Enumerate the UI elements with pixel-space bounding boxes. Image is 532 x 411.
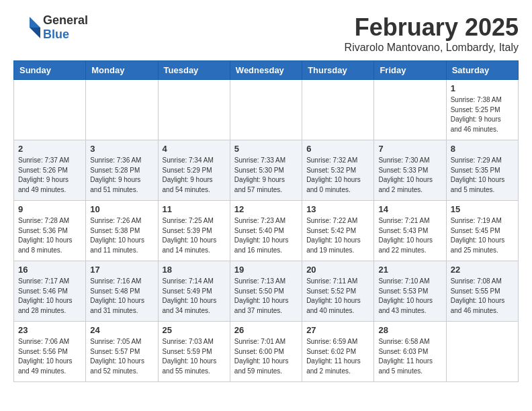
calendar-week-row: 9Sunrise: 7:28 AM Sunset: 5:36 PM Daylig… bbox=[14, 201, 519, 261]
calendar-day-cell: 7Sunrise: 7:30 AM Sunset: 5:33 PM Daylig… bbox=[374, 140, 446, 201]
calendar-day-cell: 18Sunrise: 7:14 AM Sunset: 5:49 PM Dayli… bbox=[158, 261, 230, 322]
calendar-day-cell: 13Sunrise: 7:22 AM Sunset: 5:42 PM Dayli… bbox=[302, 201, 374, 261]
day-info: Sunrise: 7:14 AM Sunset: 5:49 PM Dayligh… bbox=[163, 277, 226, 316]
day-number: 22 bbox=[451, 265, 514, 275]
day-info: Sunrise: 7:05 AM Sunset: 5:57 PM Dayligh… bbox=[90, 337, 153, 376]
logo-blue-text: Blue bbox=[43, 28, 88, 42]
day-number: 3 bbox=[90, 144, 153, 154]
calendar-day-cell bbox=[14, 80, 86, 140]
day-number: 21 bbox=[378, 265, 441, 275]
calendar-day-cell: 9Sunrise: 7:28 AM Sunset: 5:36 PM Daylig… bbox=[14, 201, 86, 261]
day-number: 26 bbox=[234, 325, 298, 335]
day-of-week-header: Tuesday bbox=[158, 61, 230, 80]
calendar-week-row: 16Sunrise: 7:17 AM Sunset: 5:46 PM Dayli… bbox=[14, 261, 519, 322]
calendar-day-cell: 25Sunrise: 7:03 AM Sunset: 5:59 PM Dayli… bbox=[158, 322, 230, 382]
day-info: Sunrise: 7:22 AM Sunset: 5:42 PM Dayligh… bbox=[306, 216, 369, 255]
svg-marker-1 bbox=[30, 28, 40, 38]
calendar-day-cell: 2Sunrise: 7:37 AM Sunset: 5:26 PM Daylig… bbox=[14, 140, 86, 201]
day-number: 19 bbox=[234, 265, 298, 275]
logo-icon bbox=[13, 14, 40, 41]
day-number: 28 bbox=[378, 325, 441, 335]
day-of-week-header: Thursday bbox=[302, 61, 374, 80]
day-info: Sunrise: 7:10 AM Sunset: 5:53 PM Dayligh… bbox=[378, 277, 441, 316]
month-title: February 2025 bbox=[345, 13, 519, 42]
calendar-day-cell: 17Sunrise: 7:16 AM Sunset: 5:48 PM Dayli… bbox=[86, 261, 158, 322]
day-number: 27 bbox=[306, 325, 369, 335]
calendar-day-cell: 20Sunrise: 7:11 AM Sunset: 5:52 PM Dayli… bbox=[302, 261, 374, 322]
day-number: 11 bbox=[163, 204, 226, 214]
calendar-day-cell: 12Sunrise: 7:23 AM Sunset: 5:40 PM Dayli… bbox=[230, 201, 302, 261]
calendar-header-row: SundayMondayTuesdayWednesdayThursdayFrid… bbox=[14, 61, 519, 80]
day-info: Sunrise: 7:26 AM Sunset: 5:38 PM Dayligh… bbox=[90, 216, 153, 255]
day-info: Sunrise: 7:28 AM Sunset: 5:36 PM Dayligh… bbox=[18, 216, 81, 255]
calendar-day-cell: 10Sunrise: 7:26 AM Sunset: 5:38 PM Dayli… bbox=[86, 201, 158, 261]
day-number: 10 bbox=[90, 204, 153, 214]
day-info: Sunrise: 7:17 AM Sunset: 5:46 PM Dayligh… bbox=[18, 277, 81, 316]
calendar-day-cell bbox=[374, 80, 446, 140]
day-number: 7 bbox=[378, 144, 441, 154]
day-info: Sunrise: 7:30 AM Sunset: 5:33 PM Dayligh… bbox=[378, 156, 441, 195]
day-number: 4 bbox=[163, 144, 226, 154]
day-of-week-header: Friday bbox=[374, 61, 446, 80]
day-info: Sunrise: 7:25 AM Sunset: 5:39 PM Dayligh… bbox=[163, 216, 226, 255]
calendar-day-cell: 28Sunrise: 6:58 AM Sunset: 6:03 PM Dayli… bbox=[374, 322, 446, 382]
calendar-day-cell bbox=[158, 80, 230, 140]
calendar-day-cell: 1Sunrise: 7:38 AM Sunset: 5:25 PM Daylig… bbox=[446, 80, 518, 140]
day-number: 14 bbox=[378, 204, 441, 214]
day-info: Sunrise: 7:21 AM Sunset: 5:43 PM Dayligh… bbox=[378, 216, 441, 255]
day-info: Sunrise: 6:59 AM Sunset: 6:02 PM Dayligh… bbox=[306, 337, 369, 376]
day-info: Sunrise: 7:32 AM Sunset: 5:32 PM Dayligh… bbox=[306, 156, 369, 195]
day-number: 12 bbox=[234, 204, 298, 214]
calendar-day-cell: 15Sunrise: 7:19 AM Sunset: 5:45 PM Dayli… bbox=[446, 201, 518, 261]
day-info: Sunrise: 7:08 AM Sunset: 5:55 PM Dayligh… bbox=[451, 277, 514, 316]
day-number: 8 bbox=[451, 144, 514, 154]
day-number: 23 bbox=[18, 325, 81, 335]
calendar-week-row: 1Sunrise: 7:38 AM Sunset: 5:25 PM Daylig… bbox=[14, 80, 519, 140]
calendar-week-row: 23Sunrise: 7:06 AM Sunset: 5:56 PM Dayli… bbox=[14, 322, 519, 382]
day-of-week-header: Wednesday bbox=[230, 61, 302, 80]
day-number: 6 bbox=[306, 144, 369, 154]
calendar-day-cell: 23Sunrise: 7:06 AM Sunset: 5:56 PM Dayli… bbox=[14, 322, 86, 382]
day-info: Sunrise: 7:13 AM Sunset: 5:50 PM Dayligh… bbox=[234, 277, 298, 316]
calendar-day-cell: 6Sunrise: 7:32 AM Sunset: 5:32 PM Daylig… bbox=[302, 140, 374, 201]
day-number: 15 bbox=[451, 204, 514, 214]
calendar-day-cell: 19Sunrise: 7:13 AM Sunset: 5:50 PM Dayli… bbox=[230, 261, 302, 322]
day-number: 24 bbox=[90, 325, 153, 335]
calendar-day-cell: 27Sunrise: 6:59 AM Sunset: 6:02 PM Dayli… bbox=[302, 322, 374, 382]
day-number: 16 bbox=[18, 265, 81, 275]
day-info: Sunrise: 7:29 AM Sunset: 5:35 PM Dayligh… bbox=[451, 156, 514, 195]
location-text: Rivarolo Mantovano, Lombardy, Italy bbox=[345, 42, 519, 54]
day-number: 25 bbox=[163, 325, 226, 335]
day-info: Sunrise: 7:01 AM Sunset: 6:00 PM Dayligh… bbox=[234, 337, 298, 376]
day-info: Sunrise: 7:33 AM Sunset: 5:30 PM Dayligh… bbox=[234, 156, 298, 195]
day-info: Sunrise: 6:58 AM Sunset: 6:03 PM Dayligh… bbox=[378, 337, 441, 376]
logo-text: General Blue bbox=[43, 13, 88, 42]
day-number: 1 bbox=[451, 83, 514, 93]
day-number: 18 bbox=[163, 265, 226, 275]
day-info: Sunrise: 7:36 AM Sunset: 5:28 PM Dayligh… bbox=[90, 156, 153, 195]
calendar-day-cell: 8Sunrise: 7:29 AM Sunset: 5:35 PM Daylig… bbox=[446, 140, 518, 201]
calendar-day-cell: 11Sunrise: 7:25 AM Sunset: 5:39 PM Dayli… bbox=[158, 201, 230, 261]
day-info: Sunrise: 7:34 AM Sunset: 5:29 PM Dayligh… bbox=[163, 156, 226, 195]
day-of-week-header: Saturday bbox=[446, 61, 518, 80]
calendar-week-row: 2Sunrise: 7:37 AM Sunset: 5:26 PM Daylig… bbox=[14, 140, 519, 201]
day-info: Sunrise: 7:03 AM Sunset: 5:59 PM Dayligh… bbox=[163, 337, 226, 376]
calendar-day-cell: 21Sunrise: 7:10 AM Sunset: 5:53 PM Dayli… bbox=[374, 261, 446, 322]
calendar-day-cell: 24Sunrise: 7:05 AM Sunset: 5:57 PM Dayli… bbox=[86, 322, 158, 382]
calendar-day-cell bbox=[230, 80, 302, 140]
day-info: Sunrise: 7:11 AM Sunset: 5:52 PM Dayligh… bbox=[306, 277, 369, 316]
logo: General Blue bbox=[13, 13, 88, 42]
calendar-table: SundayMondayTuesdayWednesdayThursdayFrid… bbox=[13, 60, 519, 382]
title-block: February 2025 Rivarolo Mantovano, Lombar… bbox=[345, 13, 519, 54]
calendar-day-cell: 4Sunrise: 7:34 AM Sunset: 5:29 PM Daylig… bbox=[158, 140, 230, 201]
page-header: General Blue February 2025 Rivarolo Mant… bbox=[13, 13, 519, 54]
day-info: Sunrise: 7:16 AM Sunset: 5:48 PM Dayligh… bbox=[90, 277, 153, 316]
day-info: Sunrise: 7:38 AM Sunset: 5:25 PM Dayligh… bbox=[451, 95, 514, 134]
day-number: 20 bbox=[306, 265, 369, 275]
calendar-day-cell: 14Sunrise: 7:21 AM Sunset: 5:43 PM Dayli… bbox=[374, 201, 446, 261]
svg-marker-0 bbox=[30, 17, 40, 28]
day-number: 9 bbox=[18, 204, 81, 214]
logo-general-text: General bbox=[43, 13, 88, 28]
calendar-day-cell: 16Sunrise: 7:17 AM Sunset: 5:46 PM Dayli… bbox=[14, 261, 86, 322]
day-number: 17 bbox=[90, 265, 153, 275]
